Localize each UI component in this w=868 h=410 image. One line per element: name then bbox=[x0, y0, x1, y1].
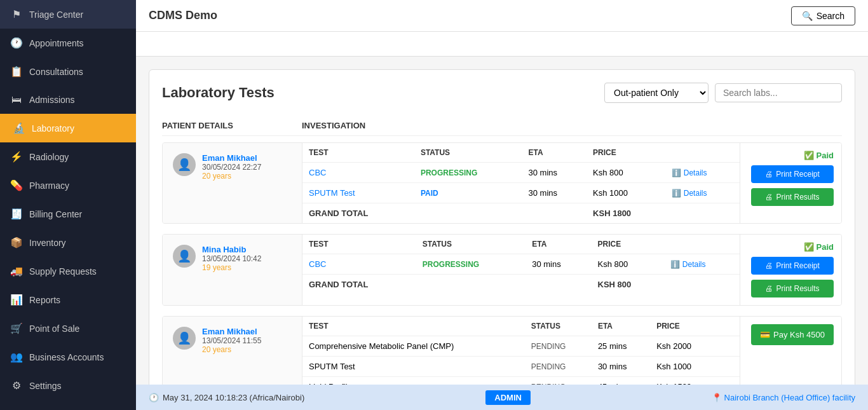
sidebar-item-label: Inventory bbox=[29, 238, 66, 248]
patient-info: 👤 Eman Mikhael 30/05/2024 22:27 20 years bbox=[163, 143, 302, 223]
appointments-icon: 🕐 bbox=[10, 37, 23, 49]
details-icon: ℹ️ bbox=[672, 189, 681, 198]
sidebar-item-label: Pharmacy bbox=[29, 181, 69, 191]
patient-name[interactable]: Eman Mikhael bbox=[202, 327, 261, 336]
sidebar-item-supply-requests[interactable]: 🚚Supply Requests bbox=[0, 257, 136, 285]
printer-icon: 🖨 bbox=[765, 261, 773, 270]
supply-requests-icon: 🚚 bbox=[10, 265, 23, 277]
details-link[interactable]: Details bbox=[682, 260, 706, 269]
test-name-link[interactable]: CBC bbox=[309, 259, 326, 269]
patient-row: 👤 Eman Mikhael 13/05/2024 11:55 20 years… bbox=[162, 316, 842, 385]
sidebar-item-settings[interactable]: ⚙Settings bbox=[0, 371, 136, 400]
credit-card-icon: 💳 bbox=[760, 330, 770, 339]
test-eta: 30 mins bbox=[526, 254, 591, 275]
grand-total-label: GRAND TOTAL bbox=[302, 203, 414, 224]
details-link[interactable]: Details bbox=[684, 189, 707, 198]
sidebar-item-radiology[interactable]: ⚡Radiology bbox=[0, 142, 136, 171]
sidebar-item-reports[interactable]: 📊Reports bbox=[0, 285, 136, 314]
inventory-icon: 📦 bbox=[10, 236, 23, 249]
test-row: SPUTM Test PENDING 30 mins Ksh 1000 bbox=[302, 357, 740, 377]
patient-rows: 👤 Eman Mikhael 30/05/2024 22:27 20 years… bbox=[162, 142, 842, 385]
patient-info: 👤 Mina Habib 13/05/2024 10:42 19 years bbox=[163, 235, 302, 305]
test-name-link[interactable]: SPUTM Test bbox=[309, 188, 355, 198]
col-test: TEST bbox=[302, 143, 414, 163]
test-status: PROGRESSING bbox=[421, 168, 477, 177]
col-patient-header: PATIENT DETAILS bbox=[162, 121, 302, 130]
print-results-button[interactable]: 🖨 Print Results bbox=[751, 280, 834, 297]
printer-icon: 🖨 bbox=[765, 284, 773, 293]
test-eta: 25 mins bbox=[592, 336, 650, 357]
sidebar-item-laboratory[interactable]: 🔬Laboratory bbox=[0, 114, 136, 142]
footer-branch: 📍 Nairobi Branch (Head Office) facility bbox=[712, 393, 855, 402]
point-of-sale-icon: 🛒 bbox=[10, 322, 23, 334]
search-button[interactable]: 🔍 Search bbox=[791, 6, 855, 25]
col-investigation-header: INVESTIGATION bbox=[302, 121, 842, 130]
avatar: 👤 bbox=[173, 153, 196, 176]
col-status: STATUS bbox=[416, 235, 526, 254]
lab-tests-controls: Out-patient Only In-patient Only All bbox=[604, 83, 842, 103]
avatar: 👤 bbox=[173, 245, 196, 268]
filter-select[interactable]: Out-patient Only In-patient Only All bbox=[604, 83, 709, 103]
business-accounts-icon: 👥 bbox=[10, 351, 23, 363]
print-results-button[interactable]: 🖨 Print Results bbox=[751, 188, 834, 206]
col-eta: ETA bbox=[592, 317, 650, 336]
sidebar-item-label: Consultations bbox=[29, 67, 83, 77]
test-price: Ksh 1000 bbox=[587, 183, 665, 203]
sidebar-item-billing-center[interactable]: 🧾Billing Center bbox=[0, 200, 136, 228]
test-row: SPUTM Test PAID 30 mins Ksh 1000 ℹ️ Deta… bbox=[302, 183, 740, 203]
check-icon: ✅ bbox=[804, 151, 814, 160]
sidebar-item-label: Admissions bbox=[29, 95, 75, 105]
sidebar-item-point-of-sale[interactable]: 🛒Point of Sale bbox=[0, 314, 136, 343]
location-icon: 📍 bbox=[712, 393, 722, 402]
patient-age: 20 years bbox=[202, 345, 261, 354]
col-price: PRICE bbox=[592, 235, 665, 254]
sidebar-item-inventory[interactable]: 📦Inventory bbox=[0, 228, 136, 257]
tab-2[interactable] bbox=[213, 32, 277, 56]
investigation-area: TEST STATUS ETA PRICE CBC PROGRESSING 30… bbox=[302, 143, 740, 223]
col-test: TEST bbox=[302, 235, 416, 254]
sidebar-item-label: Point of Sale bbox=[29, 324, 79, 334]
test-eta: 30 mins bbox=[522, 183, 587, 203]
patient-name[interactable]: Mina Habib bbox=[202, 245, 261, 254]
tab-bar bbox=[136, 32, 868, 57]
sidebar-item-label: Appointments bbox=[29, 38, 84, 48]
grand-total-value: KSH 1800 bbox=[587, 203, 665, 224]
grand-total-value: KSH 800 bbox=[592, 275, 665, 295]
sidebar-item-label: Supply Requests bbox=[29, 266, 97, 277]
lab-tests-title: Laboratory Tests bbox=[162, 85, 275, 101]
patient-name[interactable]: Eman Mikhael bbox=[202, 153, 261, 163]
test-row: Comprehensive Metabolic Panel (CMP) PEND… bbox=[302, 336, 740, 357]
printer-icon: 🖨 bbox=[765, 170, 773, 179]
test-status: PENDING bbox=[531, 342, 566, 351]
patient-row: 👤 Eman Mikhael 30/05/2024 22:27 20 years… bbox=[162, 142, 842, 224]
header: CDMS Demo 🔍 Search bbox=[136, 0, 868, 32]
test-status: PAID bbox=[421, 189, 438, 198]
footer: 🕐 May 31, 2024 10:18:23 (Africa/Nairobi)… bbox=[136, 385, 868, 410]
col-status: STATUS bbox=[525, 317, 592, 336]
sidebar-item-triage-center[interactable]: ⚑Triage Center bbox=[0, 0, 136, 29]
investigation-area: TEST STATUS ETA PRICE Comprehensive Meta… bbox=[302, 317, 740, 385]
print-receipt-button[interactable]: 🖨 Print Receipt bbox=[751, 257, 834, 275]
sidebar-item-label: Laboratory bbox=[32, 123, 74, 133]
test-row: Lipid Profile. PENDING 45 mins Ksh 1500 bbox=[302, 377, 740, 385]
col-status: STATUS bbox=[414, 143, 522, 163]
sidebar-item-label: Business Accounts bbox=[29, 352, 104, 362]
test-price: Ksh 1000 bbox=[650, 357, 722, 377]
pay-button[interactable]: 💳 Pay Ksh 4500 bbox=[751, 324, 834, 345]
sidebar-item-pharmacy[interactable]: 💊Pharmacy bbox=[0, 171, 136, 200]
grand-total-row: GRAND TOTAL KSH 1800 bbox=[302, 203, 740, 224]
tab-1[interactable] bbox=[149, 32, 213, 56]
details-link[interactable]: Details bbox=[684, 168, 707, 177]
print-receipt-button[interactable]: 🖨 Print Receipt bbox=[751, 165, 834, 183]
col-test: TEST bbox=[302, 317, 525, 336]
sidebar-item-admissions[interactable]: 🛏Admissions bbox=[0, 86, 136, 114]
test-name: Comprehensive Metabolic Panel (CMP) bbox=[309, 341, 454, 351]
sidebar-item-appointments[interactable]: 🕐Appointments bbox=[0, 29, 136, 57]
search-labs-input[interactable] bbox=[715, 83, 842, 102]
sidebar-item-business-accounts[interactable]: 👥Business Accounts bbox=[0, 343, 136, 371]
test-row: CBC PROGRESSING 30 mins Ksh 800 ℹ️ Detai… bbox=[302, 163, 740, 183]
test-name-link[interactable]: CBC bbox=[309, 168, 326, 177]
sidebar-item-label: Settings bbox=[29, 381, 62, 391]
sidebar-item-consultations[interactable]: 📋Consultations bbox=[0, 57, 136, 86]
sidebar-item-customer-care[interactable]: 🤝Customer Care bbox=[0, 400, 136, 410]
